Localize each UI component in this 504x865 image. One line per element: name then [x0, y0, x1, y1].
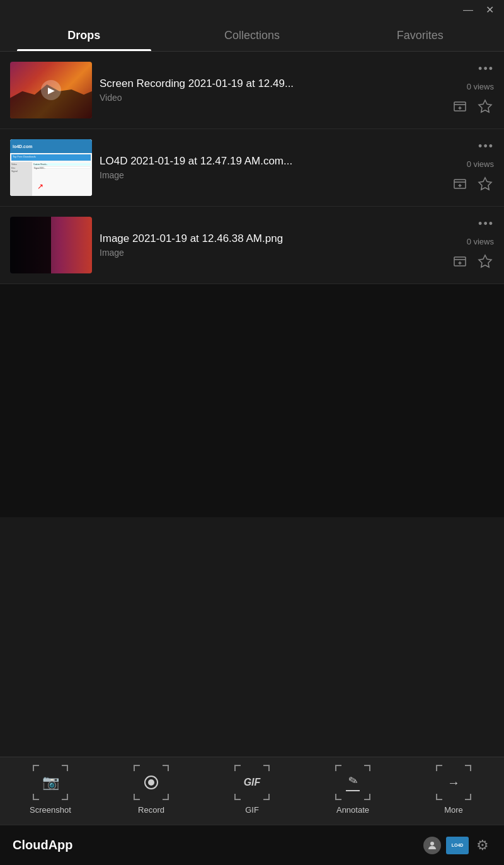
views-count-3: 0 views: [467, 237, 494, 246]
corner-bl-r: [134, 794, 140, 800]
action-icons-3: [451, 253, 494, 273]
drop-info-3: Image 2021-01-19 at 12.46.38 AM.png Imag…: [92, 232, 446, 258]
record-tool[interactable]: Record: [101, 765, 202, 815]
tab-bar: Drops Collections Favorites: [0, 0, 504, 52]
title-bar: — ✕: [453, 0, 504, 20]
pencil-icon: ✎: [346, 772, 359, 788]
status-icons: LO4D ⚙: [423, 837, 491, 854]
corner-bl-m: [436, 794, 442, 800]
svg-point-15: [430, 842, 434, 845]
gif-label: GIF: [245, 805, 259, 815]
drops-list: ▶ Screen Recording 2021-01-19 at 12.49..…: [0, 52, 504, 517]
corner-br: [62, 794, 68, 800]
corner-tr-a: [364, 765, 370, 771]
drop-item-1: ▶ Screen Recording 2021-01-19 at 12.49..…: [0, 52, 504, 129]
drop-title-1[interactable]: Screen Recording 2021-01-19 at 12.49...: [100, 77, 438, 90]
arrow-right-icon: →: [447, 776, 460, 790]
tab-favorites[interactable]: Favorites: [336, 19, 504, 51]
views-count-2: 0 views: [467, 159, 494, 169]
close-button[interactable]: ✕: [486, 5, 494, 15]
record-inner: [148, 779, 154, 786]
drop-thumbnail-3[interactable]: [10, 217, 92, 273]
corner-tl-a: [335, 765, 341, 771]
drop-info-1: Screen Recording 2021-01-19 at 12.49... …: [92, 77, 446, 103]
corner-tl-r: [134, 765, 140, 771]
drop-type-1: Video: [100, 93, 438, 103]
settings-icon[interactable]: ⚙: [474, 837, 491, 854]
action-icons-2: [451, 175, 494, 196]
status-bar: CloudApp LO4D ⚙: [0, 825, 504, 865]
corner-tl: [33, 765, 39, 771]
empty-content-area: [0, 284, 504, 517]
gif-tool[interactable]: GIF GIF: [202, 765, 302, 815]
action-icons-1: [451, 98, 494, 118]
corner-tr-r: [163, 765, 169, 771]
drop-type-2: Image: [100, 170, 438, 180]
camera-icon: 📷: [42, 774, 59, 791]
drop-item-3: Image 2021-01-19 at 12.46.38 AM.png Imag…: [0, 207, 504, 284]
corner-tl-m: [436, 765, 442, 771]
record-icon: [144, 776, 158, 789]
record-label: Record: [138, 805, 164, 815]
drop-actions-3: ••• 0 views: [446, 217, 494, 273]
svg-marker-9: [479, 178, 491, 190]
corner-bl-g: [234, 794, 241, 800]
annotate-icon: ✎: [346, 774, 360, 791]
app-name: CloudApp: [13, 838, 73, 852]
more-label: More: [444, 805, 463, 815]
corner-br-g: [263, 794, 270, 800]
corner-tr: [62, 765, 68, 771]
tab-drops[interactable]: Drops: [0, 19, 168, 51]
toolbar: 📷 Screenshot Record GIF GIF: [0, 757, 504, 825]
favorite-1[interactable]: [476, 98, 494, 118]
record-icon-wrap: [134, 765, 169, 800]
svg-marker-14: [479, 255, 491, 267]
more-icon-wrap: →: [436, 765, 471, 800]
more-tool[interactable]: → More: [403, 765, 504, 815]
annotate-tool[interactable]: ✎ Annotate: [302, 765, 403, 815]
drop-thumbnail-1[interactable]: ▶: [10, 62, 92, 118]
drop-info-2: LO4D 2021-01-19 at 12.47.19 AM.com... Im…: [92, 155, 446, 180]
play-icon: ▶: [41, 80, 61, 100]
screenshot-tool[interactable]: 📷 Screenshot: [0, 765, 101, 815]
more-options-3[interactable]: •••: [478, 217, 494, 231]
corner-tr-m: [465, 765, 471, 771]
corner-tr-g: [263, 765, 270, 771]
favorite-2[interactable]: [476, 175, 494, 196]
annotate-icon-wrap: ✎: [335, 765, 370, 800]
corner-br-m: [465, 794, 471, 800]
corner-bl-a: [335, 794, 341, 800]
drop-actions-2: ••• 0 views: [446, 140, 494, 196]
user-avatar[interactable]: [423, 837, 441, 854]
drop-actions-1: ••• 0 views: [446, 62, 494, 118]
gif-icon-wrap: GIF: [234, 765, 270, 800]
annotate-underline: [346, 790, 360, 791]
drop-title-3[interactable]: Image 2021-01-19 at 12.46.38 AM.png: [100, 232, 438, 245]
add-to-collection-3[interactable]: [451, 253, 469, 273]
corner-bl: [33, 794, 39, 800]
drop-item-2: lo4D.com Top Free Downloads VideoDevSign…: [0, 129, 504, 207]
drop-thumbnail-2[interactable]: lo4D.com Top Free Downloads VideoDevSign…: [10, 139, 92, 196]
corner-br-r: [163, 794, 169, 800]
add-to-collection-2[interactable]: [451, 175, 469, 196]
lo4d-logo: LO4D: [446, 837, 469, 854]
tab-collections[interactable]: Collections: [168, 19, 336, 51]
drop-type-3: Image: [100, 248, 438, 258]
corner-br-a: [364, 794, 370, 800]
minimize-button[interactable]: —: [463, 5, 473, 15]
screenshot-icon-wrap: 📷: [33, 765, 68, 800]
more-options-1[interactable]: •••: [478, 62, 494, 76]
gif-icon: GIF: [244, 777, 261, 788]
svg-marker-4: [479, 100, 491, 112]
more-options-2[interactable]: •••: [478, 140, 494, 153]
drop-title-2[interactable]: LO4D 2021-01-19 at 12.47.19 AM.com...: [100, 155, 438, 168]
views-count-1: 0 views: [467, 82, 494, 91]
annotate-label: Annotate: [336, 805, 369, 815]
corner-tl-g: [234, 765, 241, 771]
screenshot-label: Screenshot: [30, 805, 71, 815]
favorite-3[interactable]: [476, 253, 494, 273]
add-to-collection-1[interactable]: [451, 98, 469, 118]
